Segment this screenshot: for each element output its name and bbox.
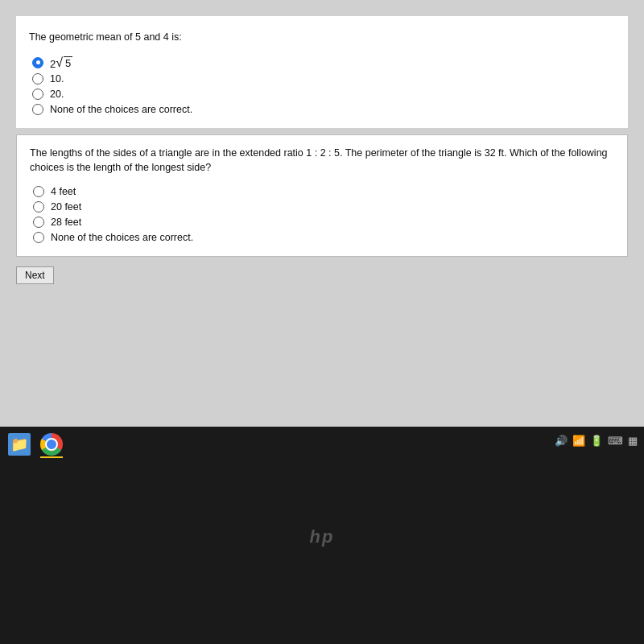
radio-q1o1[interactable] [32, 57, 43, 68]
list-item: None of the choices are correct. [33, 232, 614, 243]
list-item: 28 feet [33, 217, 614, 228]
list-item: 20. [32, 89, 615, 100]
list-item: 4 feet [33, 186, 614, 197]
taskbar-files-wrapper [8, 433, 31, 456]
question-1-text: The geometric mean of 5 and 4 is: [29, 31, 615, 45]
question-1-block: The geometric mean of 5 and 4 is: 2√5 10… [16, 16, 628, 128]
option-label: 2√5 [50, 56, 72, 70]
question-2-options: 4 feet 20 feet 28 feet None of the choic… [33, 186, 614, 243]
radio-q1o4[interactable] [32, 104, 43, 115]
chrome-underline [40, 456, 63, 458]
option-label: 20. [50, 89, 64, 100]
next-button-area: Next [16, 266, 628, 284]
chrome-icon[interactable] [40, 433, 63, 456]
list-item: 20 feet [33, 201, 614, 213]
network-icon: 📶 [572, 435, 585, 447]
screen: The geometric mean of 5 and 4 is: 2√5 10… [0, 0, 644, 644]
list-item: 10. [32, 73, 615, 85]
files-icon[interactable] [8, 433, 31, 456]
radio-q1o3[interactable] [32, 89, 43, 100]
question-1-options: 2√5 10. 20. None of the choices are corr… [32, 56, 615, 116]
option-label: 28 feet [51, 217, 81, 228]
option-label: 10. [50, 73, 64, 85]
radio-q2o4[interactable] [33, 232, 44, 243]
option-label: None of the choices are correct. [51, 232, 193, 243]
hp-logo: hp [310, 526, 335, 547]
option-label: 20 feet [51, 201, 81, 213]
radio-q2o3[interactable] [33, 217, 44, 228]
browser-area: The geometric mean of 5 and 4 is: 2√5 10… [0, 0, 644, 427]
taskbar-chrome-wrapper [40, 433, 63, 458]
radio-q2o1[interactable] [33, 186, 44, 197]
radio-q1o2[interactable] [32, 73, 43, 85]
radio-q2o2[interactable] [33, 201, 44, 213]
taskbar: 🔊 📶 🔋 ⌨ ▦ hp [0, 427, 644, 644]
menu-icon: ▦ [628, 435, 638, 447]
list-item: 2√5 [32, 56, 615, 70]
option-label: None of the choices are correct. [50, 104, 192, 115]
list-item: None of the choices are correct. [32, 104, 615, 115]
question-2-block: The lengths of the sides of a triangle a… [16, 134, 628, 257]
battery-icon: 🔋 [590, 435, 603, 447]
next-button[interactable]: Next [16, 266, 54, 284]
keyboard-icon: ⌨ [608, 435, 623, 447]
taskbar-right-area: 🔊 📶 🔋 ⌨ ▦ [555, 435, 638, 447]
question-2-text: The lengths of the sides of a triangle a… [30, 147, 614, 175]
option-label: 4 feet [51, 186, 76, 197]
volume-icon: 🔊 [555, 435, 568, 447]
